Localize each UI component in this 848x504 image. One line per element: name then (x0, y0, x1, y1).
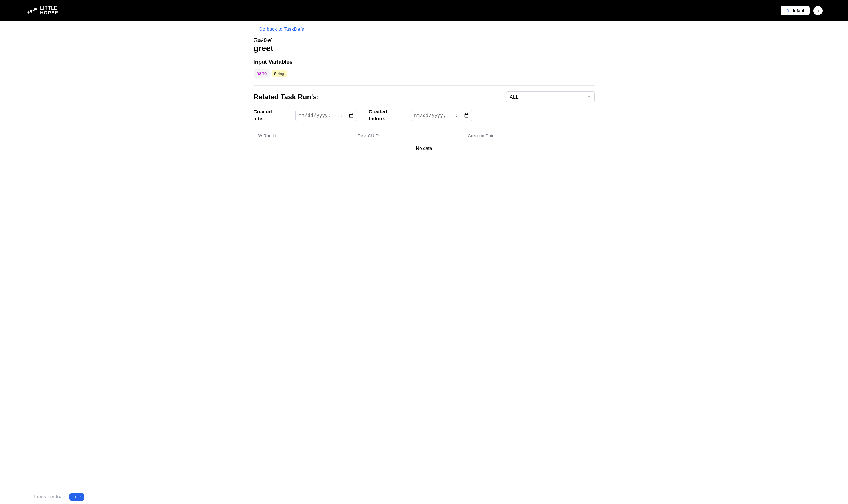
logo-text: LITTLE HORSE (40, 6, 58, 15)
briefcase-icon (784, 8, 789, 13)
app-header: LITTLE HORSE default a (0, 0, 848, 21)
col-wfrun-id: WfRun Id (254, 129, 353, 142)
tenant-button[interactable]: default (780, 6, 810, 15)
main-content: Go back to TaskDefs TaskDef greet Input … (236, 21, 612, 160)
page-subtitle: TaskDef (254, 37, 595, 43)
created-after-label: Created after: (254, 109, 280, 122)
var-type-badge: String (272, 70, 287, 77)
header-right: default a (780, 6, 823, 15)
created-before-group: Created before: (369, 109, 472, 122)
logo[interactable]: LITTLE HORSE (25, 6, 58, 15)
col-task-guid: Task GUID (353, 129, 463, 142)
tenant-label: default (792, 8, 806, 13)
horse-icon (25, 6, 38, 15)
avatar[interactable]: a (813, 6, 823, 15)
date-filters: Created after: Created before: (254, 109, 595, 122)
created-before-input[interactable] (411, 110, 472, 121)
avatar-initial: a (817, 8, 819, 13)
page-title: greet (254, 44, 595, 53)
no-data-message: No data (254, 142, 595, 155)
back-link[interactable]: Go back to TaskDefs (259, 26, 304, 32)
svg-rect-0 (785, 10, 789, 12)
status-filter-select[interactable]: ALL (506, 91, 595, 103)
input-vars-heading: Input Variables (254, 59, 595, 65)
input-vars-list: name String (254, 69, 595, 78)
table-header-row: WfRun Id Task GUID Creation Date (254, 129, 595, 142)
var-name-badge: name (254, 69, 270, 78)
created-before-label: Created before: (369, 109, 395, 122)
table-row: No data (254, 142, 595, 155)
related-heading: Related Task Run's: (254, 93, 319, 101)
col-creation-date: Creation Date (463, 129, 594, 142)
related-header-row: Related Task Run's: ALL (254, 91, 595, 103)
task-runs-table: WfRun Id Task GUID Creation Date No data (254, 129, 595, 155)
created-after-group: Created after: (254, 109, 357, 122)
created-after-input[interactable] (295, 110, 357, 121)
divider (254, 85, 595, 86)
